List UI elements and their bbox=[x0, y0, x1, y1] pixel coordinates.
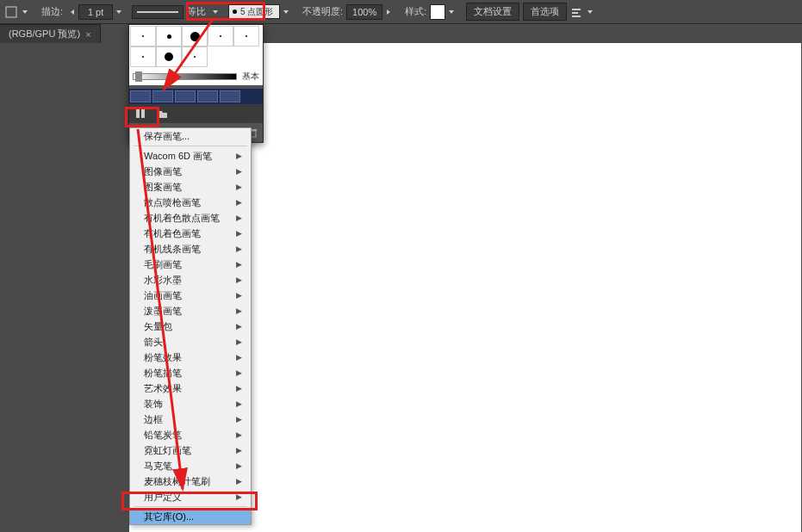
close-icon[interactable]: × bbox=[85, 29, 90, 40]
brush-value: 5 点圆形 bbox=[240, 6, 273, 18]
menu-item[interactable]: 散点喷枪画笔▶ bbox=[130, 195, 251, 210]
app-dropdown[interactable] bbox=[19, 6, 31, 18]
folder-tab-icon[interactable] bbox=[152, 105, 174, 122]
app-icon[interactable] bbox=[3, 4, 19, 20]
menu-item-label: 用户定义 bbox=[144, 491, 182, 504]
chevron-right-icon: ▶ bbox=[236, 244, 242, 253]
menu-item-label: 图案画笔 bbox=[144, 181, 182, 194]
brush-panel: 基本 bbox=[128, 24, 264, 143]
chevron-right-icon: ▶ bbox=[236, 152, 242, 160]
menu-item-label: 有机着色画笔 bbox=[144, 227, 201, 240]
library-thumb[interactable] bbox=[220, 90, 240, 102]
opacity-dropdown[interactable] bbox=[382, 6, 395, 18]
menu-item[interactable]: 图案画笔▶ bbox=[130, 179, 251, 195]
brush-swatch[interactable] bbox=[208, 26, 233, 46]
menu-item-label: 图像画笔 bbox=[144, 165, 182, 178]
brush-swatch[interactable] bbox=[130, 46, 156, 67]
menu-item-label: 有机着色散点画笔 bbox=[144, 212, 220, 225]
style-dropdown[interactable] bbox=[445, 6, 457, 18]
brush-swatch[interactable] bbox=[156, 46, 182, 67]
menu-item-label: 麦穗枝树叶笔刷 bbox=[144, 475, 210, 488]
menu-item-label: 矢量包 bbox=[144, 320, 172, 333]
doc-setup-button[interactable]: 文档设置 bbox=[466, 3, 519, 21]
menu-item[interactable]: 麦穗枝树叶笔刷▶ bbox=[130, 473, 251, 489]
opacity-input[interactable] bbox=[346, 4, 382, 20]
menu-item[interactable]: 有机着色散点画笔▶ bbox=[130, 210, 251, 226]
menu-item[interactable]: 箭头▶ bbox=[130, 334, 251, 350]
chevron-right-icon: ▶ bbox=[236, 492, 242, 501]
menu-item-label: 箭头 bbox=[144, 336, 163, 349]
menu-item[interactable]: 矢量包▶ bbox=[130, 319, 251, 334]
top-toolbar: 描边: 等比 5 点圆形 不透明度: 样式: 文档设置 首选项 bbox=[0, 0, 802, 24]
library-thumb[interactable] bbox=[152, 90, 173, 102]
stroke-decrease[interactable] bbox=[66, 6, 78, 18]
brush-preview[interactable]: 5 点圆形 bbox=[228, 4, 280, 19]
library-tab-icon[interactable] bbox=[129, 105, 152, 122]
menu-item[interactable]: 其它库(O)... bbox=[130, 509, 251, 524]
menu-item[interactable]: 保存画笔... bbox=[130, 128, 251, 144]
menu-separator bbox=[134, 145, 247, 146]
menu-item[interactable]: 粉笔效果▶ bbox=[130, 350, 251, 365]
menu-item[interactable]: 边框▶ bbox=[130, 411, 251, 427]
menu-item[interactable]: 有机着色画笔▶ bbox=[130, 226, 251, 241]
style-swatch[interactable] bbox=[430, 4, 445, 20]
slider-thumb[interactable] bbox=[135, 71, 142, 82]
menu-item[interactable]: 艺术效果▶ bbox=[130, 380, 251, 396]
chevron-right-icon: ▶ bbox=[236, 446, 242, 455]
svg-rect-4 bbox=[136, 109, 140, 118]
chevron-right-icon: ▶ bbox=[236, 275, 242, 284]
menu-item-label: 边框 bbox=[144, 413, 163, 426]
stroke-input[interactable] bbox=[78, 4, 113, 20]
brush-swatch[interactable] bbox=[182, 26, 208, 46]
menu-item-label: Wacom 6D 画笔 bbox=[144, 150, 212, 163]
menu-item[interactable]: Wacom 6D 画笔▶ bbox=[130, 148, 251, 164]
svg-rect-3 bbox=[572, 15, 581, 17]
menu-item-label: 毛刷画笔 bbox=[144, 258, 182, 271]
align-icon[interactable] bbox=[569, 4, 584, 20]
menu-item[interactable]: 泼墨画笔▶ bbox=[130, 303, 251, 319]
menu-item[interactable]: 图像画笔▶ bbox=[130, 164, 251, 179]
menu-item[interactable]: 装饰▶ bbox=[130, 396, 251, 411]
menu-item-label: 有机线条画笔 bbox=[144, 243, 201, 256]
document-tab-bar: (RGB/GPU 预览) × bbox=[0, 24, 802, 43]
library-thumb[interactable] bbox=[175, 90, 196, 102]
menu-separator bbox=[134, 506, 247, 507]
brush-swatch[interactable] bbox=[130, 26, 156, 46]
menu-item-label: 马克笔 bbox=[144, 460, 172, 473]
stroke-dropdown[interactable] bbox=[113, 6, 125, 18]
chevron-right-icon: ▶ bbox=[236, 353, 242, 362]
ratio-label: 等比 bbox=[187, 5, 206, 18]
chevron-right-icon: ▶ bbox=[236, 182, 242, 191]
chevron-right-icon: ▶ bbox=[236, 198, 242, 207]
brush-library-strip bbox=[129, 89, 263, 104]
menu-item[interactable]: 水彩水墨▶ bbox=[130, 272, 251, 288]
menu-item-label: 装饰 bbox=[144, 398, 163, 411]
library-thumb[interactable] bbox=[197, 90, 218, 102]
brush-dropdown[interactable] bbox=[280, 6, 292, 18]
document-tab-name: (RGB/GPU 预览) bbox=[9, 28, 80, 40]
menu-item[interactable]: 有机线条画笔▶ bbox=[130, 241, 251, 257]
stroke-style-dropdown[interactable] bbox=[209, 6, 221, 18]
menu-item[interactable]: 霓虹灯画笔▶ bbox=[130, 442, 251, 458]
align-dropdown[interactable] bbox=[584, 6, 596, 18]
menu-item-label: 水彩水墨 bbox=[144, 274, 182, 287]
library-thumb[interactable] bbox=[130, 90, 151, 102]
document-tab[interactable]: (RGB/GPU 预览) × bbox=[0, 24, 101, 43]
chevron-right-icon: ▶ bbox=[236, 384, 242, 393]
menu-item[interactable]: 铅笔炭笔▶ bbox=[130, 427, 251, 442]
preferences-button[interactable]: 首选项 bbox=[523, 3, 567, 21]
chevron-right-icon: ▶ bbox=[236, 213, 242, 222]
brush-swatch[interactable] bbox=[182, 46, 208, 67]
menu-item[interactable]: 用户定义▶ bbox=[130, 489, 251, 504]
menu-item-label: 其它库(O)... bbox=[144, 510, 194, 523]
menu-item[interactable]: 粉笔描笔▶ bbox=[130, 365, 251, 380]
brush-swatch[interactable] bbox=[156, 26, 182, 46]
brush-size-slider[interactable] bbox=[133, 73, 237, 80]
chevron-right-icon: ▶ bbox=[236, 461, 242, 470]
menu-item[interactable]: 马克笔▶ bbox=[130, 458, 251, 473]
stroke-style-preview[interactable] bbox=[132, 5, 183, 19]
menu-item[interactable]: 油画画笔▶ bbox=[130, 288, 251, 303]
menu-item[interactable]: 毛刷画笔▶ bbox=[130, 257, 251, 272]
slider-label: 基本 bbox=[242, 71, 259, 83]
brush-swatch[interactable] bbox=[233, 26, 259, 46]
